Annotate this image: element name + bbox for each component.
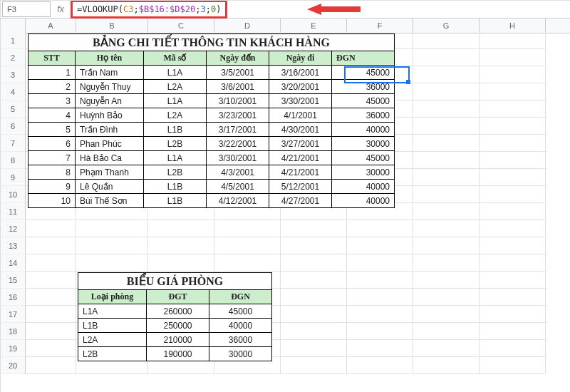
cell[interactable] [281,289,347,306]
cell[interactable] [413,323,480,340]
row-header[interactable]: 4 [1,83,26,100]
cell[interactable] [480,118,546,135]
cell[interactable] [347,306,413,323]
row-header[interactable]: 3 [1,66,26,83]
cell[interactable] [480,66,546,83]
row-header[interactable]: 18 [1,323,26,340]
cell[interactable] [281,237,347,254]
cell-value[interactable]: 3/17/2001 [207,123,269,137]
cell-value[interactable]: 3 [28,94,76,108]
cell[interactable] [76,220,148,237]
cell[interactable] [413,186,480,203]
cell-value[interactable]: Huỳnh Bảo [76,108,144,123]
cell-value[interactable]: 40000 [332,123,395,137]
cell[interactable] [413,203,480,220]
col-header[interactable]: C [148,19,214,33]
col-header[interactable]: G [413,19,480,33]
cell[interactable] [480,49,546,66]
cell-value[interactable]: 7 [28,151,76,165]
cell-value[interactable]: Nguyễn Thuy [76,80,144,94]
cell-value[interactable]: L2B [144,165,207,180]
cell[interactable] [413,272,480,289]
cell[interactable] [347,289,413,306]
row-header[interactable]: 12 [1,220,26,237]
cell-value[interactable]: 30000 [332,137,395,151]
row-header[interactable]: 5 [1,100,26,118]
cell[interactable] [347,340,413,357]
select-all-corner[interactable] [1,19,26,33]
cell-value[interactable]: Trần Nam [76,66,144,80]
cell-value[interactable]: 3/30/2001 [269,94,332,108]
cell[interactable] [281,306,347,323]
cell[interactable] [480,237,546,254]
col-header[interactable]: B [76,19,148,33]
row-header[interactable]: 2 [1,49,26,66]
row-header[interactable]: 1 [1,32,26,49]
cell[interactable] [26,272,76,289]
cell-value[interactable]: L1A [78,304,147,319]
cell[interactable] [214,220,281,237]
cell-value[interactable]: L1A [144,151,207,165]
cell-value[interactable]: 4/12/2001 [207,194,269,208]
cell[interactable] [480,340,546,357]
cell[interactable] [347,237,413,254]
cell-value[interactable]: 5/12/2001 [269,180,332,194]
row-header[interactable]: 10 [1,186,26,203]
cell-value[interactable]: 4/21/2001 [269,151,332,165]
cell-value[interactable]: 40000 [332,180,395,194]
cell[interactable] [480,32,546,49]
cell-value[interactable]: 3/20/2001 [269,80,332,94]
cell-value[interactable]: 1 [28,66,76,80]
cell[interactable] [413,135,480,152]
cell-value[interactable]: 6 [28,137,76,151]
cell[interactable] [480,272,546,289]
cell-value[interactable]: 9 [28,180,76,194]
cell-value[interactable]: 3/22/2001 [207,137,269,151]
cell[interactable] [480,169,546,186]
cell-value[interactable]: 3/10/2001 [207,94,269,108]
cell[interactable] [281,220,347,237]
cell-value[interactable]: Hà Bảo Ca [76,151,144,165]
cell-value[interactable]: L1B [144,123,207,137]
cell[interactable] [480,357,546,374]
cell-value[interactable]: 3/23/2001 [207,108,269,123]
cell[interactable] [480,220,546,237]
cell[interactable] [480,254,546,272]
cell[interactable] [413,152,480,169]
cell[interactable] [26,306,76,323]
cell[interactable] [413,306,480,323]
cell[interactable] [281,357,347,374]
cell-value[interactable]: 40000 [209,319,272,333]
cell[interactable] [413,83,480,100]
cell-value[interactable]: 4/27/2001 [269,194,332,208]
col-header[interactable]: E [281,19,347,33]
cell[interactable] [413,49,480,66]
cell[interactable] [76,254,148,272]
cell-value[interactable]: 40000 [332,194,395,208]
cell[interactable] [480,203,546,220]
cell-value[interactable]: Phan Phúc [76,137,144,151]
cell[interactable] [480,83,546,100]
cell-value[interactable]: L1B [78,319,147,333]
cell[interactable] [480,186,546,203]
cell[interactable] [281,340,347,357]
cell-value[interactable]: 210000 [147,333,209,347]
cell-value[interactable]: 5 [28,123,76,137]
col-header[interactable]: H [480,19,546,33]
cell-value[interactable]: 4/21/2001 [269,165,332,180]
row-header[interactable]: 17 [1,306,26,323]
row-header[interactable]: 20 [1,357,26,374]
cell[interactable] [480,152,546,169]
cell-value[interactable]: 3/16/2001 [269,66,332,80]
row-header[interactable]: 8 [1,152,26,169]
cell[interactable] [480,135,546,152]
cell-value[interactable]: 3/5/2001 [207,66,269,80]
row-header[interactable]: 9 [1,169,26,186]
cell-value[interactable]: L2A [144,108,207,123]
row-header[interactable]: 14 [1,254,26,272]
cell[interactable] [413,220,480,237]
cell-value[interactable]: 3/6/2001 [207,80,269,94]
cell[interactable] [347,323,413,340]
cell-value[interactable]: 36000 [332,108,395,123]
col-header[interactable]: F [347,19,413,33]
